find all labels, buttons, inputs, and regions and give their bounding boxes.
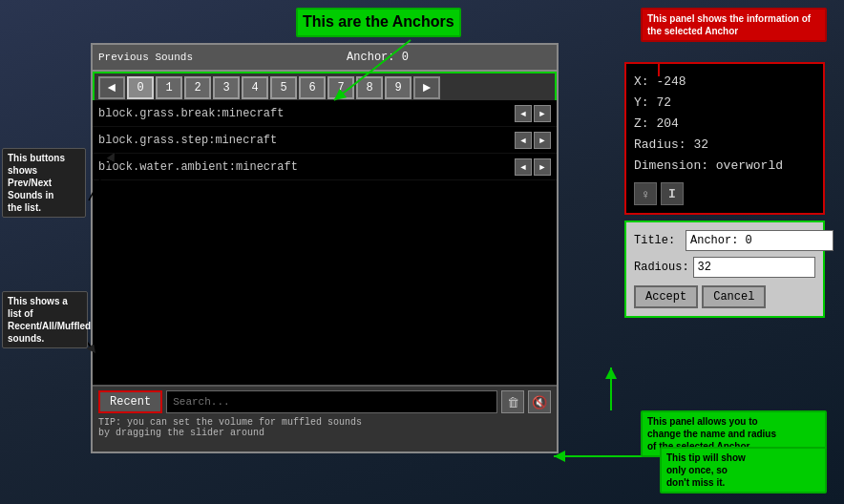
info-icon-1[interactable]: ♀ xyxy=(634,182,657,205)
sound-name-2: block.water.ambient:minecraft xyxy=(98,160,515,174)
info-dimension: Dimension: overworld xyxy=(634,156,815,177)
next-arrow-button[interactable]: ► xyxy=(413,76,440,99)
num-btn-0[interactable]: 0 xyxy=(127,76,154,99)
num-btn-2[interactable]: 2 xyxy=(184,76,211,99)
sound-name-1: block.grass.step:minecraft xyxy=(98,134,515,147)
num-btn-4[interactable]: 4 xyxy=(242,76,268,99)
sounds-list-annotation: This shows a list of Recent/All/Muffled … xyxy=(2,291,88,348)
tip-annotation: This tip will show only once, so don't m… xyxy=(660,447,827,494)
edit-title-row: Title: xyxy=(634,230,815,251)
num-btn-5[interactable]: 5 xyxy=(270,76,297,99)
sound-name-0: block.grass.break:minecraft xyxy=(98,107,515,120)
info-x: X: -248 xyxy=(634,72,815,93)
num-btn-1[interactable]: 1 xyxy=(156,76,182,99)
prev-arrow-button[interactable]: ◄ xyxy=(98,76,125,99)
sound-controls-1: ◄ ► xyxy=(515,132,551,149)
tip-line-1: TIP: you can set the volume for muffled … xyxy=(98,417,551,428)
sound-item-1[interactable]: block.grass.step:minecraft ◄ ► xyxy=(93,127,557,154)
info-icon-1-symbol: ♀ xyxy=(641,187,650,201)
edit-radius-label: Radious: xyxy=(634,261,689,274)
prev-next-annotation-text: This buttons shows Prev/Next Sounds in t… xyxy=(8,153,65,213)
vol-down-btn-1[interactable]: ◄ xyxy=(515,132,532,149)
edit-buttons-row: Accept Cancel xyxy=(634,285,815,308)
sound-controls-2: ◄ ► xyxy=(515,158,551,176)
num-btn-7[interactable]: 7 xyxy=(327,76,354,99)
info-icon-2-symbol: I xyxy=(668,187,676,201)
sound-item-0[interactable]: block.grass.break:minecraft ◄ ► xyxy=(93,100,557,127)
accept-button[interactable]: Accept xyxy=(634,285,698,308)
prev-sounds-label: Previous Sounds xyxy=(93,52,199,63)
delete-button[interactable]: 🗑 xyxy=(501,390,524,413)
vol-up-btn-2[interactable]: ► xyxy=(534,158,551,176)
anchors-annotation: This are the Anchors xyxy=(296,8,461,37)
search-row: Recent 🗑 🔇 xyxy=(98,390,551,413)
info-panel-annotation-text: This panel shows the information of the … xyxy=(647,13,811,36)
recent-button[interactable]: Recent xyxy=(98,390,162,413)
mute-icon: 🔇 xyxy=(532,395,547,410)
num-buttons-row: ◄ 0 1 2 3 4 5 6 7 8 9 ► xyxy=(93,72,557,104)
num-btn-9[interactable]: 9 xyxy=(385,76,411,99)
num-btn-6[interactable]: 6 xyxy=(299,76,326,99)
main-panel-header: Previous Sounds Anchor: 0 xyxy=(93,45,557,72)
sound-item-2[interactable]: block.water.ambient:minecraft ◄ ► xyxy=(93,154,557,180)
sounds-list-annotation-text: This shows a list of Recent/All/Muffled … xyxy=(8,296,91,344)
anchor-title: Anchor: 0 xyxy=(199,51,557,64)
bottom-controls: Recent 🗑 🔇 TIP: you can set the volume f… xyxy=(93,385,557,452)
info-y: Y: 72 xyxy=(634,93,815,114)
num-btn-3[interactable]: 3 xyxy=(213,76,240,99)
tip-row: TIP: you can set the volume for muffled … xyxy=(98,417,551,438)
tip-annotation-text: This tip will show only once, so don't m… xyxy=(666,452,746,488)
sound-list-area: block.grass.break:minecraft ◄ ► block.gr… xyxy=(93,100,557,385)
delete-icon: 🗑 xyxy=(507,395,519,410)
cancel-button[interactable]: Cancel xyxy=(702,285,766,308)
num-btn-8[interactable]: 8 xyxy=(356,76,383,99)
edit-title-label: Title: xyxy=(634,234,682,247)
sound-controls-0: ◄ ► xyxy=(515,105,551,122)
edit-title-input[interactable] xyxy=(686,230,833,251)
right-panel: X: -248 Y: 72 Z: 204 Radius: 32 Dimensio… xyxy=(624,62,825,318)
edit-box: Title: Radious: Accept Cancel xyxy=(624,220,825,318)
vol-up-btn-0[interactable]: ► xyxy=(534,105,551,122)
info-panel-annotation: This panel shows the information of the … xyxy=(641,8,827,42)
prev-next-annotation: This buttons shows Prev/Next Sounds in t… xyxy=(2,148,86,218)
edit-radius-row: Radious: xyxy=(634,257,815,278)
info-z: Z: 204 xyxy=(634,114,815,135)
info-box: X: -248 Y: 72 Z: 204 Radius: 32 Dimensio… xyxy=(624,62,825,215)
info-icon-2[interactable]: I xyxy=(661,182,684,205)
vol-down-btn-2[interactable]: ◄ xyxy=(515,158,532,176)
vol-up-btn-1[interactable]: ► xyxy=(534,132,551,149)
main-panel: Previous Sounds Anchor: 0 ◄ 0 1 2 3 4 5 … xyxy=(91,43,559,453)
info-icons-row: ♀ I xyxy=(634,182,815,205)
vol-down-btn-0[interactable]: ◄ xyxy=(515,105,532,122)
tip-line-2: by dragging the slider around xyxy=(98,428,551,438)
mute-button[interactable]: 🔇 xyxy=(528,390,551,413)
edit-radius-input[interactable] xyxy=(693,257,815,278)
search-input[interactable] xyxy=(166,390,497,413)
info-radius: Radius: 32 xyxy=(634,135,815,156)
